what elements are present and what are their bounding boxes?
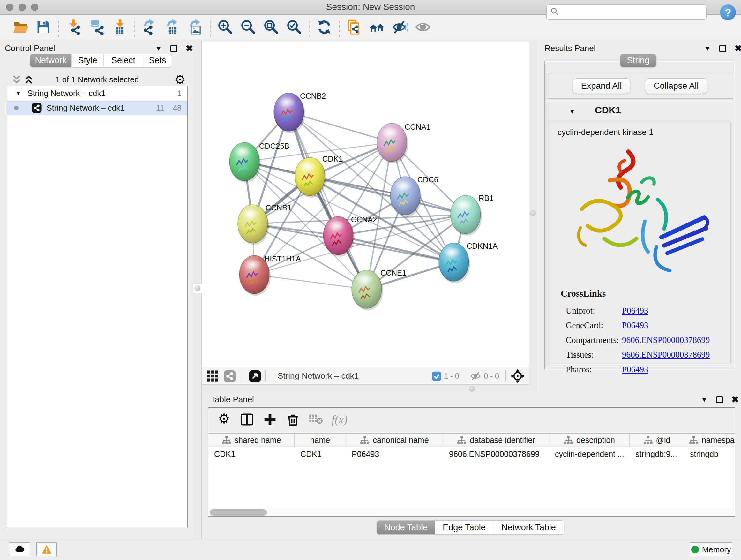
node-CCNA1[interactable]: CCNA1: [377, 123, 430, 164]
column-header-database-identifier[interactable]: database identifier: [443, 434, 549, 447]
network-collection-row[interactable]: ▼ String Network – cdk1 1: [7, 86, 187, 101]
column-header-shared-name[interactable]: shared name: [208, 434, 294, 447]
node-CDC6[interactable]: CDC6: [390, 175, 438, 217]
show-all-button[interactable]: [412, 17, 434, 38]
warning-button[interactable]: [37, 543, 57, 557]
edge-CCNA2-CDKN1A[interactable]: [338, 236, 454, 262]
tab-edge-table[interactable]: Edge Table: [435, 521, 493, 535]
zoom-selected-button[interactable]: [283, 17, 306, 38]
export-table-button[interactable]: [161, 17, 184, 38]
table-row[interactable]: CDK1CDK1P064939606.ENSP00000378699cyclin…: [208, 447, 735, 461]
zoom-fit-button[interactable]: [260, 17, 283, 38]
tab-network-table[interactable]: Network Table: [493, 521, 564, 535]
tab-string[interactable]: String: [620, 54, 656, 67]
node-CDKN1A[interactable]: CDKN1A: [439, 242, 497, 283]
collapse-all-button[interactable]: Collapse All: [645, 78, 707, 94]
control-panel-float-icon[interactable]: [171, 45, 178, 52]
column-header-@id[interactable]: @id: [630, 434, 684, 447]
control-panel-menu-caret-icon[interactable]: ▼: [155, 44, 162, 53]
table-panel-close-icon[interactable]: ✖: [731, 395, 739, 404]
import-table-button[interactable]: [108, 17, 131, 38]
node-HIST1H1A[interactable]: HIST1H1A: [239, 254, 301, 296]
zoom-out-button[interactable]: [237, 17, 260, 38]
grid-view-icon[interactable]: [206, 370, 219, 382]
edge-CCNE1-HIST1H1A[interactable]: [254, 274, 367, 289]
network-badge-icon[interactable]: [223, 370, 236, 382]
column-header-canonical-name[interactable]: canonical name: [346, 434, 443, 447]
crosslink-link[interactable]: 9606.ENSP00000378699: [622, 335, 710, 345]
table-settings-button[interactable]: ⚙: [217, 412, 231, 427]
close-window-button[interactable]: [6, 3, 13, 11]
node-table[interactable]: shared namenamecanonical namedatabase id…: [208, 433, 735, 508]
node-CCNB2[interactable]: CCNB2: [274, 91, 326, 133]
search-box[interactable]: [546, 4, 706, 20]
delete-columns-button[interactable]: [286, 412, 300, 427]
column-header-namespace[interactable]: namespace: [684, 434, 735, 447]
results-panel-menu-caret-icon[interactable]: ▼: [704, 44, 711, 53]
export-network-button[interactable]: [138, 17, 161, 38]
create-column-button[interactable]: [263, 412, 277, 427]
control-panel-close-icon[interactable]: ✖: [186, 44, 193, 53]
export-image-button[interactable]: [184, 17, 207, 38]
collection-expander-icon[interactable]: ▼: [15, 90, 21, 97]
share-document-button[interactable]: [343, 17, 366, 38]
results-panel-close-icon[interactable]: ✖: [735, 44, 741, 53]
left-splitter-handle[interactable]: [192, 283, 203, 294]
delete-table-button[interactable]: [309, 412, 323, 427]
gene-section-header[interactable]: ▼ CDK1: [547, 102, 733, 120]
network-row[interactable]: String Network – cdk1 11 48: [7, 101, 187, 115]
table-panel-title: Table Panel: [211, 395, 254, 404]
crosslink-link[interactable]: 9606.ENSP00000378699: [622, 350, 710, 360]
edge-CDK1-RB1[interactable]: [310, 177, 466, 214]
table-panel-float-icon[interactable]: [716, 396, 723, 403]
first-neighbors-button[interactable]: [366, 17, 389, 38]
help-button[interactable]: ?: [720, 4, 736, 20]
tab-style[interactable]: Style: [71, 54, 104, 67]
memory-button[interactable]: Memory: [690, 543, 732, 557]
left-splitter[interactable]: [193, 41, 202, 539]
detach-view-icon[interactable]: [249, 370, 261, 382]
column-header-name[interactable]: name: [294, 434, 346, 447]
import-database-button[interactable]: [85, 17, 108, 38]
maximize-window-button[interactable]: [31, 3, 38, 11]
minimize-window-button[interactable]: [18, 3, 26, 11]
node-RB1[interactable]: RB1: [451, 194, 494, 236]
gene-section: ▼ CDK1 cyclin-dependent kinase 1: [547, 102, 733, 367]
scrollbar-thumb[interactable]: [210, 509, 267, 516]
tab-network[interactable]: Network: [30, 54, 71, 67]
right-splitter-handle[interactable]: [530, 210, 536, 216]
tab-sets[interactable]: Sets: [143, 54, 172, 67]
apply-layout-button[interactable]: [313, 17, 336, 38]
zoom-selected-icon: [286, 19, 302, 37]
node-CCNE1[interactable]: CCNE1: [352, 268, 406, 310]
import-network-button[interactable]: [62, 17, 85, 38]
node-CCNA2[interactable]: CCNA2: [323, 215, 377, 257]
cell-canonical-name: P06493: [346, 447, 443, 461]
column-header-description[interactable]: description: [549, 434, 630, 447]
tab-node-table[interactable]: Node Table: [377, 521, 435, 535]
hidden-node-edge-count: 0 - 0: [484, 372, 499, 381]
cloud-button[interactable]: [10, 543, 30, 557]
table-horizontal-scrollbar[interactable]: [208, 508, 735, 516]
save-session-button[interactable]: [32, 17, 55, 38]
hide-selected-button[interactable]: [389, 17, 412, 38]
tab-select[interactable]: Select: [104, 54, 143, 67]
selected-checkbox-icon[interactable]: [432, 371, 441, 381]
network-options-gear-icon[interactable]: ⚙: [174, 72, 186, 87]
crosslink-link[interactable]: P06493: [622, 320, 649, 330]
crosslink-link[interactable]: P06493: [622, 365, 649, 374]
open-session-button[interactable]: [9, 17, 32, 38]
gene-expander-icon[interactable]: ▼: [569, 107, 576, 116]
search-input[interactable]: [559, 5, 706, 19]
crosslink-link[interactable]: P06493: [622, 306, 649, 316]
zoom-in-button[interactable]: [214, 17, 237, 38]
horizontal-splitter-handle[interactable]: [469, 386, 475, 392]
network-canvas[interactable]: CCNB2 CCNA1 CDC25B CDK1: [202, 42, 529, 367]
expand-all-button[interactable]: Expand All: [572, 78, 630, 94]
birds-eye-crosshair-icon[interactable]: [510, 369, 525, 383]
cell-database-identifier: 9606.ENSP00000378699: [443, 447, 549, 461]
show-columns-button[interactable]: [240, 412, 254, 427]
table-panel-menu-caret-icon[interactable]: ▼: [701, 395, 708, 404]
network-graph[interactable]: CCNB2 CCNA1 CDC25B CDK1: [202, 43, 529, 367]
results-panel-float-icon[interactable]: [719, 45, 726, 52]
